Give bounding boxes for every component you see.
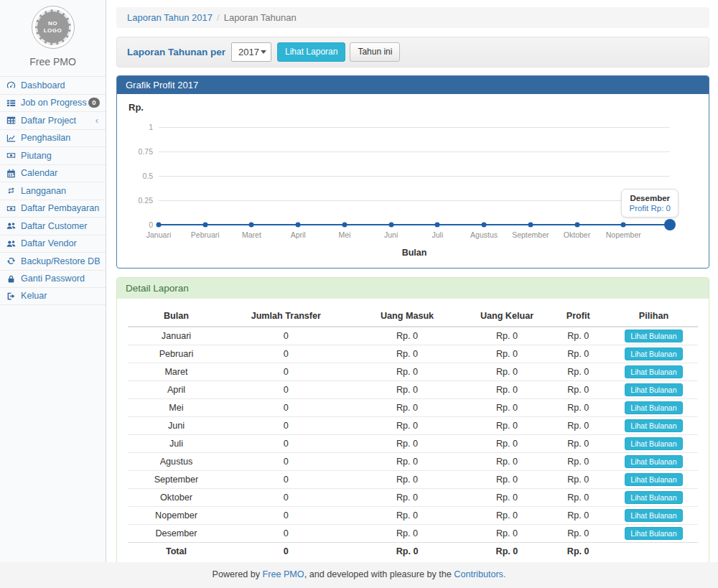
breadcrumb-link-laporan-tahun[interactable]: Laporan Tahun 2017 (127, 12, 213, 23)
lihat-bulanan-button[interactable]: Lihat Bulanan (625, 419, 682, 432)
lihat-bulanan-button[interactable]: Lihat Bulanan (625, 509, 682, 522)
data-point-desember[interactable] (664, 219, 676, 230)
x-tick-label: Mei (338, 230, 350, 239)
sidebar-item-daftar-project[interactable]: Daftar Project‹ (0, 111, 106, 129)
cell-masuk: Rp. 0 (348, 471, 467, 489)
lihat-bulanan-button[interactable]: Lihat Bulanan (625, 455, 682, 468)
page: NOLOGO Free PMO DashboardJob on Progress… (0, 0, 718, 588)
col-header-pilihan: Pilihan (610, 305, 698, 327)
cell-transfer: 0 (225, 489, 348, 507)
table-body-wrap: Bulan Jumlah Transfer Uang Masuk Uang Ke… (117, 299, 709, 576)
lihat-bulanan-button[interactable]: Lihat Bulanan (625, 347, 682, 360)
tooltip-title: Desember (629, 194, 671, 202)
data-point-pebruari[interactable] (202, 223, 208, 228)
sidebar-item-langganan[interactable]: Langganan (0, 182, 106, 200)
cell-bulan: Pebruari (128, 345, 225, 363)
y-tick-label: 1 (149, 123, 153, 131)
cell-transfer: 0 (225, 453, 348, 471)
main-content: Laporan Tahun 2017/Laporan Tahunan Lapor… (106, 0, 718, 562)
sidebar-item-label: Job on Progress (21, 98, 87, 108)
list-icon (6, 98, 17, 108)
data-point-januari[interactable] (157, 223, 162, 228)
data-point-maret[interactable] (249, 223, 254, 228)
table-row-mei: Mei0Rp. 0Rp. 0Rp. 0Lihat Bulanan (128, 399, 698, 417)
sidebar-item-label: Calendar (21, 168, 57, 178)
data-point-september[interactable] (528, 223, 533, 228)
lihat-bulanan-button[interactable]: Lihat Bulanan (625, 473, 682, 486)
sidebar-item-penghasilan[interactable]: Penghasilan (0, 129, 106, 147)
lihat-laporan-button[interactable]: Lihat Laporan (277, 42, 345, 62)
cell-keluar: Rp. 0 (467, 525, 546, 543)
cell-profit: Rp. 0 (547, 471, 610, 489)
x-tick-label: Agustus (470, 230, 498, 239)
filter-label: Laporan Tahunan per (127, 47, 225, 57)
lihat-bulanan-button[interactable]: Lihat Bulanan (625, 491, 682, 504)
sidebar-item-dashboard[interactable]: Dashboard (0, 76, 106, 94)
sidebar-item-calendar[interactable]: Calendar (0, 164, 106, 182)
cell-pilihan: Lihat Bulanan (610, 417, 698, 435)
table-row-april: April0Rp. 0Rp. 0Rp. 0Lihat Bulanan (128, 381, 698, 399)
data-point-oktober[interactable] (574, 223, 579, 228)
x-tick-label: Juli (432, 230, 443, 239)
cell-masuk: Rp. 0 (348, 507, 467, 525)
sidebar-item-daftar-vendor[interactable]: Daftar Vendor (0, 235, 106, 253)
tooltip-value: Profit Rp: 0 (629, 204, 671, 213)
sidebar-item-label: Keluar (21, 291, 47, 301)
data-point-juli[interactable] (435, 223, 440, 228)
x-axis-title: Bulan (159, 248, 670, 258)
sidebar-item-backup-restore-db[interactable]: Backup/Restore DB (0, 252, 106, 270)
sidebar-item-keluar[interactable]: Keluar (0, 287, 106, 305)
cell-pilihan: Lihat Bulanan (610, 471, 698, 489)
y-tick-label: 0.5 (142, 172, 153, 180)
sidebar-item-piutang[interactable]: Piutang (0, 146, 106, 164)
tahun-ini-button[interactable]: Tahun ini (350, 42, 400, 62)
chevron-down-icon (261, 50, 266, 54)
chevron-left-icon: ‹ (95, 116, 100, 125)
dashboard-icon (6, 80, 17, 90)
data-point-nopember[interactable] (621, 223, 626, 228)
lihat-bulanan-button[interactable]: Lihat Bulanan (625, 527, 682, 540)
cell-masuk: Rp. 0 (348, 381, 467, 399)
sidebar-item-daftar-pembayaran[interactable]: Daftar Pembayaran (0, 200, 106, 218)
col-header-profit: Profit (547, 305, 610, 327)
lihat-bulanan-button[interactable]: Lihat Bulanan (625, 383, 682, 396)
cell-bulan: Januari (128, 327, 225, 345)
y-tick-label: 0.25 (139, 196, 153, 205)
cell-keluar: Rp. 0 (467, 435, 546, 453)
sidebar-item-ganti-password[interactable]: Ganti Password (0, 270, 106, 288)
cell-profit: Rp. 0 (547, 345, 610, 363)
cell-bulan: Oktober (128, 489, 225, 507)
lihat-bulanan-button[interactable]: Lihat Bulanan (625, 330, 682, 342)
report-filter-bar: Laporan Tahunan per 2017 Lihat Laporan T… (116, 37, 709, 67)
year-select-value: 2017 (238, 47, 259, 57)
sidebar-item-daftar-customer[interactable]: Daftar Customer (0, 217, 106, 235)
users-icon (6, 221, 17, 231)
data-point-agustus[interactable] (482, 223, 487, 228)
table-total-row: Total0Rp. 0Rp. 0Rp. 0 (128, 543, 698, 560)
table-icon (6, 116, 17, 126)
cell-bulan: April (128, 381, 225, 399)
footer-text: Powered by (213, 569, 263, 579)
table-row-desember: Desember0Rp. 0Rp. 0Rp. 0Lihat Bulanan (128, 525, 698, 543)
chart-tooltip: Desember Profit Rp: 0 (621, 189, 679, 218)
table-row-januari: Januari0Rp. 0Rp. 0Rp. 0Lihat Bulanan (128, 327, 698, 345)
table-row-agustus: Agustus0Rp. 0Rp. 0Rp. 0Lihat Bulanan (128, 453, 698, 471)
col-header-masuk: Uang Masuk (348, 305, 467, 327)
lihat-bulanan-button[interactable]: Lihat Bulanan (625, 437, 682, 450)
total-masuk: Rp. 0 (348, 543, 467, 560)
sidebar-item-job-on-progress[interactable]: Job on Progress0 (0, 94, 106, 112)
year-select[interactable]: 2017 (231, 42, 271, 62)
data-point-mei[interactable] (342, 223, 347, 228)
data-point-juni[interactable] (388, 223, 393, 228)
lihat-bulanan-button[interactable]: Lihat Bulanan (625, 365, 682, 378)
lihat-bulanan-button[interactable]: Lihat Bulanan (625, 401, 682, 414)
cell-profit: Rp. 0 (547, 489, 610, 507)
free-pmo-link[interactable]: Free PMO (263, 569, 304, 579)
data-point-april[interactable] (296, 223, 301, 228)
cell-profit: Rp. 0 (547, 453, 610, 471)
cell-pilihan: Lihat Bulanan (610, 507, 698, 525)
logo-area: NOLOGO Free PMO (0, 0, 106, 67)
table-row-juli: Juli0Rp. 0Rp. 0Rp. 0Lihat Bulanan (128, 435, 698, 453)
contributors-link[interactable]: Contributors. (454, 569, 505, 579)
cell-pilihan: Lihat Bulanan (610, 399, 698, 417)
